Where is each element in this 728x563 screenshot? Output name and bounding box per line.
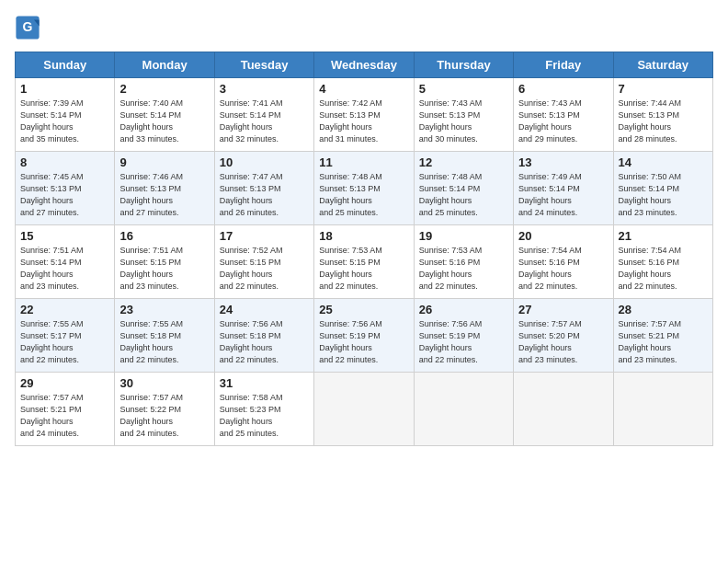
week-row-5: 29 Sunrise: 7:57 AM Sunset: 5:21 PM Dayl… xyxy=(16,373,713,446)
col-header-friday: Friday xyxy=(514,52,613,78)
svg-text:G: G xyxy=(23,19,33,34)
day-info: Sunrise: 7:47 AM Sunset: 5:13 PM Dayligh… xyxy=(220,171,309,219)
day-cell-7: 7 Sunrise: 7:44 AM Sunset: 5:13 PM Dayli… xyxy=(613,78,712,152)
day-info: Sunrise: 7:40 AM Sunset: 5:14 PM Dayligh… xyxy=(119,98,209,145)
col-header-thursday: Thursday xyxy=(414,52,513,78)
day-cell-31: 31 Sunrise: 7:58 AM Sunset: 5:23 PM Dayl… xyxy=(214,373,313,446)
logo: G xyxy=(15,15,44,40)
logo-icon: G xyxy=(15,15,40,40)
day-number: 15 xyxy=(20,229,109,243)
day-info: Sunrise: 7:44 AM Sunset: 5:13 PM Dayligh… xyxy=(619,98,708,145)
day-info: Sunrise: 7:56 AM Sunset: 5:19 PM Dayligh… xyxy=(419,318,508,366)
day-cell-3: 3 Sunrise: 7:41 AM Sunset: 5:14 PM Dayli… xyxy=(214,78,313,152)
day-number: 5 xyxy=(419,82,508,96)
day-number: 28 xyxy=(619,303,708,316)
day-info: Sunrise: 7:46 AM Sunset: 5:13 PM Dayligh… xyxy=(119,171,209,219)
day-cell-13: 13 Sunrise: 7:49 AM Sunset: 5:14 PM Dayl… xyxy=(514,152,613,225)
day-info: Sunrise: 7:57 AM Sunset: 5:21 PM Dayligh… xyxy=(619,318,708,366)
day-cell-16: 16 Sunrise: 7:51 AM Sunset: 5:15 PM Dayl… xyxy=(115,225,214,299)
day-number: 13 xyxy=(518,155,608,169)
day-info: Sunrise: 7:45 AM Sunset: 5:13 PM Dayligh… xyxy=(20,171,109,219)
day-cell-17: 17 Sunrise: 7:52 AM Sunset: 5:15 PM Dayl… xyxy=(214,225,313,299)
day-info: Sunrise: 7:53 AM Sunset: 5:15 PM Dayligh… xyxy=(319,245,408,293)
day-info: Sunrise: 7:51 AM Sunset: 5:15 PM Dayligh… xyxy=(119,245,209,293)
day-cell-14: 14 Sunrise: 7:50 AM Sunset: 5:14 PM Dayl… xyxy=(613,152,712,225)
day-number: 26 xyxy=(419,303,508,316)
day-cell-25: 25 Sunrise: 7:56 AM Sunset: 5:19 PM Dayl… xyxy=(314,299,414,373)
day-number: 21 xyxy=(619,229,708,243)
day-info: Sunrise: 7:55 AM Sunset: 5:17 PM Dayligh… xyxy=(20,318,109,366)
day-info: Sunrise: 7:52 AM Sunset: 5:15 PM Dayligh… xyxy=(220,245,309,293)
day-info: Sunrise: 7:56 AM Sunset: 5:19 PM Dayligh… xyxy=(319,318,408,366)
day-cell-4: 4 Sunrise: 7:42 AM Sunset: 5:13 PM Dayli… xyxy=(314,78,414,152)
empty-cell xyxy=(514,373,613,446)
day-number: 30 xyxy=(119,376,209,390)
day-cell-28: 28 Sunrise: 7:57 AM Sunset: 5:21 PM Dayl… xyxy=(613,299,712,373)
day-info: Sunrise: 7:54 AM Sunset: 5:16 PM Dayligh… xyxy=(518,245,608,293)
day-info: Sunrise: 7:57 AM Sunset: 5:21 PM Dayligh… xyxy=(20,392,109,440)
day-info: Sunrise: 7:43 AM Sunset: 5:13 PM Dayligh… xyxy=(419,98,508,145)
day-info: Sunrise: 7:41 AM Sunset: 5:14 PM Dayligh… xyxy=(220,98,309,145)
col-header-wednesday: Wednesday xyxy=(314,52,414,78)
day-cell-22: 22 Sunrise: 7:55 AM Sunset: 5:17 PM Dayl… xyxy=(16,299,115,373)
day-info: Sunrise: 7:42 AM Sunset: 5:13 PM Dayligh… xyxy=(319,98,408,145)
day-number: 12 xyxy=(419,155,508,169)
day-cell-27: 27 Sunrise: 7:57 AM Sunset: 5:20 PM Dayl… xyxy=(514,299,613,373)
day-number: 22 xyxy=(20,303,109,316)
day-number: 4 xyxy=(319,82,408,96)
day-info: Sunrise: 7:51 AM Sunset: 5:14 PM Dayligh… xyxy=(20,245,109,293)
day-info: Sunrise: 7:43 AM Sunset: 5:13 PM Dayligh… xyxy=(518,98,608,145)
week-row-1: 1 Sunrise: 7:39 AM Sunset: 5:14 PM Dayli… xyxy=(16,78,713,152)
day-info: Sunrise: 7:57 AM Sunset: 5:20 PM Dayligh… xyxy=(518,318,608,366)
day-number: 31 xyxy=(220,376,309,390)
day-cell-15: 15 Sunrise: 7:51 AM Sunset: 5:14 PM Dayl… xyxy=(16,225,115,299)
header: G xyxy=(15,15,713,40)
day-number: 20 xyxy=(518,229,608,243)
day-number: 29 xyxy=(20,376,109,390)
day-cell-1: 1 Sunrise: 7:39 AM Sunset: 5:14 PM Dayli… xyxy=(16,78,115,152)
day-info: Sunrise: 7:55 AM Sunset: 5:18 PM Dayligh… xyxy=(119,318,209,366)
day-number: 24 xyxy=(220,303,309,316)
day-number: 3 xyxy=(220,82,309,96)
day-cell-21: 21 Sunrise: 7:54 AM Sunset: 5:16 PM Dayl… xyxy=(613,225,712,299)
day-cell-26: 26 Sunrise: 7:56 AM Sunset: 5:19 PM Dayl… xyxy=(414,299,513,373)
day-cell-2: 2 Sunrise: 7:40 AM Sunset: 5:14 PM Dayli… xyxy=(115,78,214,152)
day-number: 11 xyxy=(319,155,408,169)
day-info: Sunrise: 7:57 AM Sunset: 5:22 PM Dayligh… xyxy=(119,392,209,440)
day-info: Sunrise: 7:48 AM Sunset: 5:13 PM Dayligh… xyxy=(319,171,408,219)
day-number: 18 xyxy=(319,229,408,243)
week-row-2: 8 Sunrise: 7:45 AM Sunset: 5:13 PM Dayli… xyxy=(16,152,713,225)
day-info: Sunrise: 7:58 AM Sunset: 5:23 PM Dayligh… xyxy=(220,392,309,440)
day-info: Sunrise: 7:54 AM Sunset: 5:16 PM Dayligh… xyxy=(619,245,708,293)
day-number: 9 xyxy=(119,155,209,169)
day-number: 1 xyxy=(20,82,109,96)
day-cell-6: 6 Sunrise: 7:43 AM Sunset: 5:13 PM Dayli… xyxy=(514,78,613,152)
day-number: 16 xyxy=(119,229,209,243)
day-cell-23: 23 Sunrise: 7:55 AM Sunset: 5:18 PM Dayl… xyxy=(115,299,214,373)
day-cell-29: 29 Sunrise: 7:57 AM Sunset: 5:21 PM Dayl… xyxy=(16,373,115,446)
day-cell-5: 5 Sunrise: 7:43 AM Sunset: 5:13 PM Dayli… xyxy=(414,78,513,152)
day-number: 7 xyxy=(619,82,708,96)
header-row: SundayMondayTuesdayWednesdayThursdayFrid… xyxy=(16,52,713,78)
day-number: 14 xyxy=(619,155,708,169)
col-header-saturday: Saturday xyxy=(613,52,712,78)
day-cell-20: 20 Sunrise: 7:54 AM Sunset: 5:16 PM Dayl… xyxy=(514,225,613,299)
day-number: 19 xyxy=(419,229,508,243)
day-cell-9: 9 Sunrise: 7:46 AM Sunset: 5:13 PM Dayli… xyxy=(115,152,214,225)
day-number: 23 xyxy=(119,303,209,316)
day-info: Sunrise: 7:39 AM Sunset: 5:14 PM Dayligh… xyxy=(20,98,109,145)
day-cell-10: 10 Sunrise: 7:47 AM Sunset: 5:13 PM Dayl… xyxy=(214,152,313,225)
day-number: 17 xyxy=(220,229,309,243)
empty-cell xyxy=(314,373,414,446)
day-info: Sunrise: 7:53 AM Sunset: 5:16 PM Dayligh… xyxy=(419,245,508,293)
day-number: 8 xyxy=(20,155,109,169)
day-info: Sunrise: 7:56 AM Sunset: 5:18 PM Dayligh… xyxy=(220,318,309,366)
week-row-3: 15 Sunrise: 7:51 AM Sunset: 5:14 PM Dayl… xyxy=(16,225,713,299)
empty-cell xyxy=(613,373,712,446)
day-number: 6 xyxy=(518,82,608,96)
day-number: 2 xyxy=(119,82,209,96)
empty-cell xyxy=(414,373,513,446)
day-cell-30: 30 Sunrise: 7:57 AM Sunset: 5:22 PM Dayl… xyxy=(115,373,214,446)
day-cell-11: 11 Sunrise: 7:48 AM Sunset: 5:13 PM Dayl… xyxy=(314,152,414,225)
day-cell-24: 24 Sunrise: 7:56 AM Sunset: 5:18 PM Dayl… xyxy=(214,299,313,373)
